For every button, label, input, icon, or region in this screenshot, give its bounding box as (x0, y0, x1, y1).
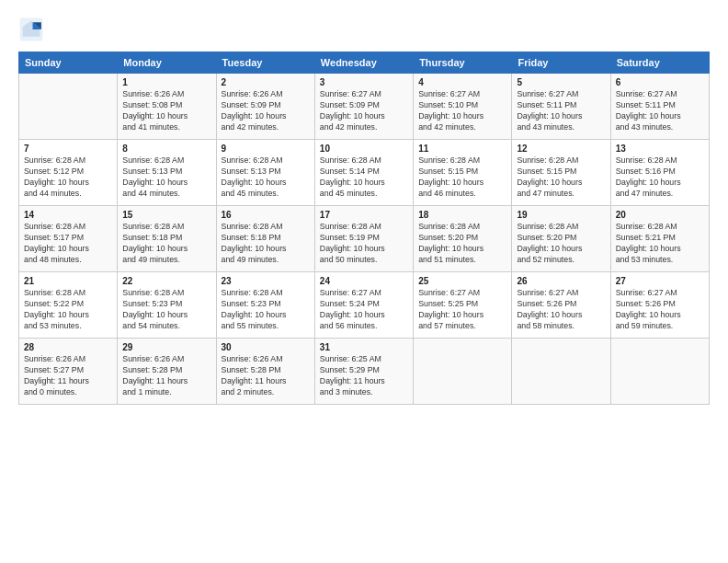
day-info: Sunrise: 6:28 AM Sunset: 5:16 PM Dayligh… (616, 155, 704, 200)
table-row: 29Sunrise: 6:26 AM Sunset: 5:28 PM Dayli… (118, 339, 216, 405)
day-info: Sunrise: 6:28 AM Sunset: 5:19 PM Dayligh… (320, 222, 408, 266)
table-row: 11Sunrise: 6:28 AM Sunset: 5:15 PM Dayli… (414, 140, 512, 206)
day-info: Sunrise: 6:28 AM Sunset: 5:18 PM Dayligh… (222, 222, 310, 266)
day-number: 20 (616, 210, 704, 220)
day-number: 19 (517, 210, 605, 220)
table-row: 26Sunrise: 6:27 AM Sunset: 5:26 PM Dayli… (512, 272, 610, 339)
table-row: 27Sunrise: 6:27 AM Sunset: 5:26 PM Dayli… (610, 272, 709, 339)
table-row: 19Sunrise: 6:28 AM Sunset: 5:20 PM Dayli… (512, 206, 610, 272)
day-info: Sunrise: 6:28 AM Sunset: 5:17 PM Dayligh… (24, 222, 112, 266)
day-info: Sunrise: 6:28 AM Sunset: 5:13 PM Dayligh… (222, 155, 310, 200)
day-number: 22 (122, 276, 210, 286)
table-row: 18Sunrise: 6:28 AM Sunset: 5:20 PM Dayli… (414, 206, 512, 272)
day-info: Sunrise: 6:26 AM Sunset: 5:08 PM Dayligh… (122, 89, 210, 133)
day-number: 12 (517, 144, 605, 154)
day-number: 17 (320, 210, 408, 220)
table-row: 4Sunrise: 6:27 AM Sunset: 5:10 PM Daylig… (414, 74, 512, 140)
day-number: 5 (517, 77, 605, 87)
day-number: 2 (222, 77, 310, 87)
day-info: Sunrise: 6:28 AM Sunset: 5:20 PM Dayligh… (517, 222, 605, 266)
table-row: 9Sunrise: 6:28 AM Sunset: 5:13 PM Daylig… (216, 140, 314, 206)
day-number: 28 (24, 342, 112, 352)
day-number: 15 (122, 210, 210, 220)
day-number: 13 (616, 144, 704, 154)
col-monday: Monday (118, 52, 216, 74)
day-number: 25 (418, 276, 506, 286)
col-tuesday: Tuesday (216, 52, 314, 74)
day-number: 10 (320, 144, 408, 154)
table-row: 20Sunrise: 6:28 AM Sunset: 5:21 PM Dayli… (610, 206, 709, 272)
day-info: Sunrise: 6:26 AM Sunset: 5:27 PM Dayligh… (24, 354, 112, 398)
table-row (512, 339, 610, 405)
table-row: 8Sunrise: 6:28 AM Sunset: 5:13 PM Daylig… (118, 140, 216, 206)
day-number: 27 (616, 276, 704, 286)
day-number: 1 (122, 77, 210, 87)
logo-icon (18, 17, 44, 42)
table-row: 16Sunrise: 6:28 AM Sunset: 5:18 PM Dayli… (216, 206, 314, 272)
calendar-week-row: 14Sunrise: 6:28 AM Sunset: 5:17 PM Dayli… (19, 206, 710, 272)
page: Sunday Monday Tuesday Wednesday Thursday… (0, 0, 728, 563)
day-info: Sunrise: 6:28 AM Sunset: 5:20 PM Dayligh… (418, 222, 506, 266)
day-number: 16 (222, 210, 310, 220)
col-sunday: Sunday (19, 52, 118, 74)
day-number: 7 (24, 144, 112, 154)
day-info: Sunrise: 6:28 AM Sunset: 5:15 PM Dayligh… (418, 155, 506, 200)
col-thursday: Thursday (414, 52, 512, 74)
day-info: Sunrise: 6:28 AM Sunset: 5:23 PM Dayligh… (222, 288, 310, 332)
table-row: 24Sunrise: 6:27 AM Sunset: 5:24 PM Dayli… (314, 272, 413, 339)
table-row: 7Sunrise: 6:28 AM Sunset: 5:12 PM Daylig… (19, 140, 118, 206)
calendar-week-row: 21Sunrise: 6:28 AM Sunset: 5:22 PM Dayli… (19, 272, 710, 339)
table-row: 22Sunrise: 6:28 AM Sunset: 5:23 PM Dayli… (118, 272, 216, 339)
calendar-week-row: 1Sunrise: 6:26 AM Sunset: 5:08 PM Daylig… (19, 74, 710, 140)
day-info: Sunrise: 6:28 AM Sunset: 5:18 PM Dayligh… (122, 222, 210, 266)
day-number: 3 (320, 77, 408, 87)
table-row: 23Sunrise: 6:28 AM Sunset: 5:23 PM Dayli… (216, 272, 314, 339)
day-info: Sunrise: 6:26 AM Sunset: 5:09 PM Dayligh… (222, 89, 310, 133)
table-row: 28Sunrise: 6:26 AM Sunset: 5:27 PM Dayli… (19, 339, 118, 405)
table-row: 13Sunrise: 6:28 AM Sunset: 5:16 PM Dayli… (610, 140, 709, 206)
day-number: 29 (122, 342, 210, 352)
day-info: Sunrise: 6:27 AM Sunset: 5:26 PM Dayligh… (616, 288, 704, 332)
day-info: Sunrise: 6:27 AM Sunset: 5:11 PM Dayligh… (517, 89, 605, 133)
logo (18, 17, 48, 42)
header (18, 17, 710, 42)
table-row: 5Sunrise: 6:27 AM Sunset: 5:11 PM Daylig… (512, 74, 610, 140)
day-number: 26 (517, 276, 605, 286)
day-info: Sunrise: 6:25 AM Sunset: 5:29 PM Dayligh… (320, 354, 408, 398)
day-number: 21 (24, 276, 112, 286)
table-row: 12Sunrise: 6:28 AM Sunset: 5:15 PM Dayli… (512, 140, 610, 206)
day-number: 14 (24, 210, 112, 220)
day-number: 24 (320, 276, 408, 286)
day-info: Sunrise: 6:28 AM Sunset: 5:15 PM Dayligh… (517, 155, 605, 200)
col-wednesday: Wednesday (314, 52, 413, 74)
table-row: 30Sunrise: 6:26 AM Sunset: 5:28 PM Dayli… (216, 339, 314, 405)
col-friday: Friday (512, 52, 610, 74)
day-info: Sunrise: 6:28 AM Sunset: 5:12 PM Dayligh… (24, 155, 112, 200)
day-info: Sunrise: 6:28 AM Sunset: 5:23 PM Dayligh… (122, 288, 210, 332)
day-info: Sunrise: 6:26 AM Sunset: 5:28 PM Dayligh… (122, 354, 210, 398)
day-number: 11 (418, 144, 506, 154)
day-info: Sunrise: 6:28 AM Sunset: 5:21 PM Dayligh… (616, 222, 704, 266)
day-number: 18 (418, 210, 506, 220)
day-info: Sunrise: 6:28 AM Sunset: 5:14 PM Dayligh… (320, 155, 408, 200)
day-number: 8 (122, 144, 210, 154)
table-row: 3Sunrise: 6:27 AM Sunset: 5:09 PM Daylig… (314, 74, 413, 140)
day-info: Sunrise: 6:27 AM Sunset: 5:24 PM Dayligh… (320, 288, 408, 332)
day-number: 31 (320, 342, 408, 352)
table-row: 2Sunrise: 6:26 AM Sunset: 5:09 PM Daylig… (216, 74, 314, 140)
day-info: Sunrise: 6:27 AM Sunset: 5:11 PM Dayligh… (616, 89, 704, 133)
day-info: Sunrise: 6:27 AM Sunset: 5:09 PM Dayligh… (320, 89, 408, 133)
day-number: 6 (616, 77, 704, 87)
table-row: 14Sunrise: 6:28 AM Sunset: 5:17 PM Dayli… (19, 206, 118, 272)
day-info: Sunrise: 6:28 AM Sunset: 5:13 PM Dayligh… (122, 155, 210, 200)
table-row: 31Sunrise: 6:25 AM Sunset: 5:29 PM Dayli… (314, 339, 413, 405)
table-row: 17Sunrise: 6:28 AM Sunset: 5:19 PM Dayli… (314, 206, 413, 272)
calendar-week-row: 7Sunrise: 6:28 AM Sunset: 5:12 PM Daylig… (19, 140, 710, 206)
table-row: 15Sunrise: 6:28 AM Sunset: 5:18 PM Dayli… (118, 206, 216, 272)
day-info: Sunrise: 6:27 AM Sunset: 5:25 PM Dayligh… (418, 288, 506, 332)
col-saturday: Saturday (610, 52, 709, 74)
calendar-table: Sunday Monday Tuesday Wednesday Thursday… (18, 52, 710, 405)
day-info: Sunrise: 6:27 AM Sunset: 5:26 PM Dayligh… (517, 288, 605, 332)
table-row: 25Sunrise: 6:27 AM Sunset: 5:25 PM Dayli… (414, 272, 512, 339)
table-row (610, 339, 709, 405)
